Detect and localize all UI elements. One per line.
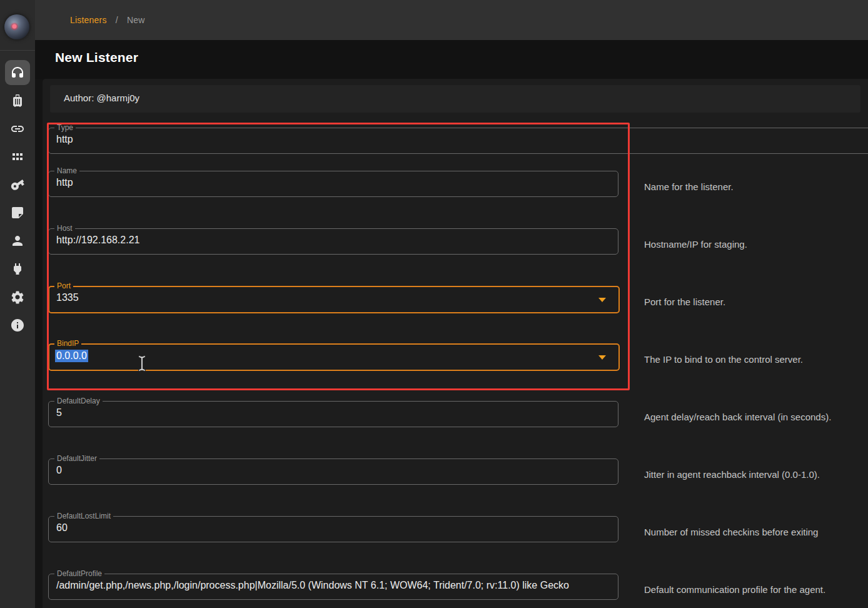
field-port-value: 1335 xyxy=(56,292,79,303)
help-defaultprofile: Default communication profile for the ag… xyxy=(644,584,825,595)
help-port: Port for the listener. xyxy=(644,296,725,307)
sidebar-item-key[interactable] xyxy=(5,172,30,197)
sidebar-item-info[interactable] xyxy=(5,313,30,338)
sidebar-item-person[interactable] xyxy=(5,228,30,253)
help-host: Hostname/IP for staging. xyxy=(644,239,747,250)
field-bindip-value: 0.0.0.0 xyxy=(55,350,88,362)
field-defaultlostlimit-value: 60 xyxy=(56,522,68,534)
breadcrumb-new: New xyxy=(127,15,145,25)
bindip-dropdown-caret-icon[interactable] xyxy=(598,355,606,360)
field-bindip-label: BindIP xyxy=(54,339,81,348)
port-dropdown-caret-icon[interactable] xyxy=(598,298,606,302)
sidebar xyxy=(0,0,35,608)
field-type-label: Type xyxy=(54,123,76,132)
info-icon xyxy=(10,318,25,333)
starkiller-app: Listeners / New New Listener Author: @ha… xyxy=(0,0,868,608)
field-host-label: Host xyxy=(54,224,75,233)
field-defaultlostlimit-label: DefaultLostLimit xyxy=(54,512,113,520)
field-defaultlostlimit[interactable]: DefaultLostLimit 60 xyxy=(48,516,618,542)
field-defaultjitter-value: 0 xyxy=(56,465,62,476)
field-name-label: Name xyxy=(54,166,79,175)
help-bindip: The IP to bind to on the control server. xyxy=(644,354,803,365)
field-defaultdelay[interactable]: DefaultDelay 5 xyxy=(48,401,618,427)
app-logo-avatar[interactable] xyxy=(4,14,29,39)
field-host[interactable]: Host http://192.168.2.21 xyxy=(48,228,618,255)
headphones-icon xyxy=(10,65,25,80)
sidebar-item-gear[interactable] xyxy=(5,285,30,310)
key-icon xyxy=(10,177,25,192)
help-defaultjitter: Jitter in agent reachback interval (0.0-… xyxy=(644,469,820,480)
field-defaultjitter[interactable]: DefaultJitter 0 xyxy=(48,459,618,485)
gear-icon xyxy=(10,290,25,305)
breadcrumb-separator: / xyxy=(116,15,118,25)
breadcrumb-listeners[interactable]: Listeners xyxy=(70,15,107,25)
help-name: Name for the listener. xyxy=(644,181,734,192)
field-name-value: http xyxy=(56,177,73,188)
link-icon xyxy=(10,121,25,136)
field-defaultjitter-label: DefaultJitter xyxy=(54,454,99,463)
author-bar: Author: @harmj0y xyxy=(50,85,860,113)
help-defaultdelay: Agent delay/reach back interval (in seco… xyxy=(644,412,831,422)
plug-icon xyxy=(10,261,25,276)
field-defaultdelay-label: DefaultDelay xyxy=(54,397,103,405)
field-defaultprofile[interactable]: DefaultProfile /admin/get.php,/news.php,… xyxy=(48,574,618,600)
field-port[interactable]: Port 1335 xyxy=(48,286,620,313)
breadcrumb: Listeners / New xyxy=(70,15,145,25)
person-icon xyxy=(10,233,25,248)
page-title: New Listener xyxy=(55,50,138,65)
field-name[interactable]: Name http xyxy=(48,171,618,197)
field-defaultdelay-value: 5 xyxy=(56,407,62,418)
field-port-label: Port xyxy=(54,281,73,290)
field-defaultprofile-value: /admin/get.php,/news.php,/login/process.… xyxy=(56,580,569,591)
top-bar: Listeners / New xyxy=(35,0,868,40)
sidebar-item-link[interactable] xyxy=(5,116,30,141)
luggage-icon xyxy=(10,93,25,108)
sidebar-divider xyxy=(0,50,35,51)
author-label: Author: @harmj0y xyxy=(64,93,139,103)
help-defaultlostlimit: Number of missed checkins before exiting xyxy=(644,527,818,537)
field-type-value: http xyxy=(56,134,73,145)
sidebar-item-luggage[interactable] xyxy=(5,88,30,113)
field-defaultprofile-label: DefaultProfile xyxy=(54,569,104,578)
field-type[interactable]: Type http xyxy=(48,128,868,154)
field-bindip[interactable]: BindIP 0.0.0.0 xyxy=(48,343,620,371)
grid-icon xyxy=(10,149,25,165)
sidebar-item-listeners[interactable] xyxy=(5,60,30,85)
sidebar-item-plug[interactable] xyxy=(5,256,30,281)
sidebar-item-note[interactable] xyxy=(5,200,30,225)
title-band: New Listener xyxy=(35,40,868,79)
note-icon xyxy=(10,205,25,220)
field-host-value: http://192.168.2.21 xyxy=(56,235,139,246)
sidebar-item-grid[interactable] xyxy=(5,144,30,170)
